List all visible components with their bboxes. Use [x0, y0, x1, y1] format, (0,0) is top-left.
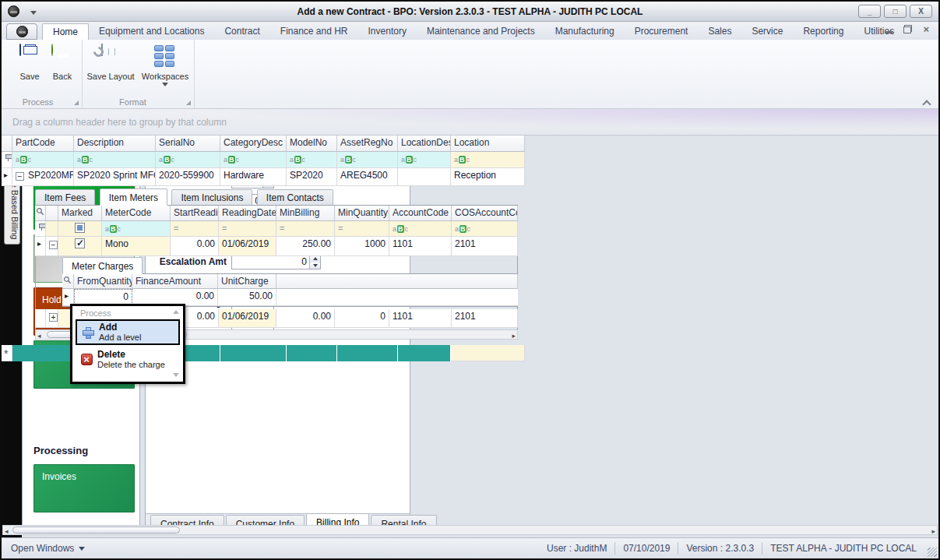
save-layout-button[interactable]: Save Layout [86, 44, 136, 96]
group-by-box[interactable]: Drag a column header here to group by th… [2, 109, 528, 111]
status-user: User : JudithM [539, 542, 614, 555]
open-windows-button[interactable]: Open Windows [11, 543, 85, 554]
ribbon-group-label-format: Format [83, 97, 183, 107]
invoices-button[interactable]: Invoices [33, 464, 135, 512]
resize-grip[interactable] [928, 548, 937, 557]
app-window: Add a new Contract - BPO: Version 2.3.0.… [0, 0, 940, 560]
ribbon-tab-sales[interactable]: Sales [698, 23, 741, 40]
main-area: Aggregate Life Based Billing Links Enter… [2, 109, 938, 537]
dialog-launcher-icon[interactable] [74, 100, 79, 105]
back-button[interactable]: Back [40, 44, 84, 96]
field-escalation-amt: Escalation Amt 0 [152, 255, 403, 269]
ribbon-group-label-process: Process [5, 97, 71, 107]
ribbon-tab-finance-and-hr[interactable]: Finance and HR [270, 23, 358, 40]
ribbon-tab-procurement[interactable]: Procurement [625, 23, 699, 40]
ribbon-tab-inventory[interactable]: Inventory [358, 23, 417, 40]
chevron-down-icon [162, 83, 168, 86]
mdi-close-icon[interactable]: × [923, 25, 929, 33]
mdi-minimize-icon[interactable] [885, 31, 892, 33]
workspaces-icon [153, 44, 177, 68]
collapse-ribbon-icon[interactable] [923, 99, 929, 105]
ribbon-group-process: Save Back Process [5, 40, 83, 108]
ribbon-group-format: Save Layout Workspaces Format [83, 40, 195, 108]
title-bar: Add a new Contract - BPO: Version 2.3.0.… [2, 2, 938, 22]
close-button[interactable]: X [910, 5, 932, 18]
escalation-amt-stepper[interactable]: 0 [231, 255, 321, 269]
back-icon [51, 44, 74, 68]
status-date: 07/10/2019 [614, 542, 678, 555]
ribbon: Save Back Process Save Layout Workspaces… [2, 40, 938, 109]
chevron-down-icon [79, 547, 85, 551]
spinner-icons[interactable] [309, 255, 320, 269]
dialog-launcher-icon[interactable] [186, 100, 191, 105]
status-version: Version : 2.3.0.3 [678, 542, 762, 555]
equipment-grid-panel: Drag a column header here to group by th… [2, 109, 528, 111]
ribbon-tab-manufacturing[interactable]: Manufacturing [545, 23, 625, 40]
app-icon [16, 26, 28, 37]
mdi-restore-icon[interactable] [903, 25, 912, 33]
ribbon-tab-reporting[interactable]: Reporting [793, 23, 854, 40]
status-environment: TEST ALPHA - JUDITH PC LOCAL [762, 542, 924, 555]
ribbon-tab-home[interactable]: Home [42, 23, 89, 40]
minimize-button[interactable]: _ [858, 5, 881, 18]
ribbon-tab-service[interactable]: Service [741, 23, 793, 40]
ribbon-tab-maintenance-and-projects[interactable]: Maintenance and Projects [417, 23, 545, 40]
application-button[interactable] [6, 23, 37, 40]
ribbon-tab-strip: Home Equipment and Locations Contract Fi… [2, 22, 938, 40]
window-title: Add a new Contract - BPO: Version 2.3.0.… [2, 6, 938, 17]
maximize-button[interactable]: □ [884, 5, 907, 18]
status-bar: Open Windows User : JudithM 07/10/2019 V… [2, 537, 938, 558]
save-layout-icon [99, 44, 122, 68]
save-icon [18, 44, 41, 68]
workspaces-button[interactable]: Workspaces [139, 44, 192, 96]
section-heading-processing: Processing [33, 445, 139, 456]
ribbon-tab-contract[interactable]: Contract [214, 23, 269, 40]
ribbon-tab-equipment-and-locations[interactable]: Equipment and Locations [89, 23, 214, 40]
